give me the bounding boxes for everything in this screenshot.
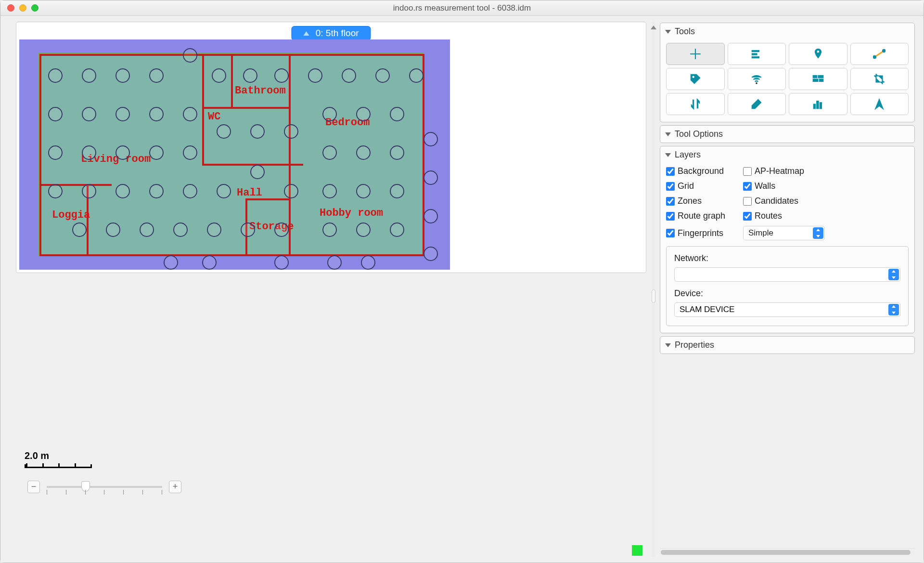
room-label-loggia: Loggia (52, 209, 90, 221)
histogram-icon (812, 98, 824, 110)
eraser-icon (750, 98, 763, 110)
chk-candidates[interactable]: Candidates (743, 196, 825, 206)
tool-navigate[interactable] (850, 93, 909, 115)
side-panel: Tools (655, 16, 924, 563)
tool-wifi[interactable] (728, 68, 786, 90)
chevron-down-icon (665, 132, 671, 136)
network-select[interactable] (674, 267, 900, 282)
chevron-down-icon (665, 153, 671, 157)
svg-rect-11 (813, 104, 815, 109)
room-label-hobby: Hobby room (320, 207, 383, 219)
svg-rect-13 (820, 103, 821, 109)
info-tag-icon (689, 73, 702, 85)
side-scrollbar[interactable] (660, 548, 915, 556)
chevron-updown-icon (888, 269, 899, 280)
main-pane: 0: 5th floor (0, 16, 652, 563)
room-label-wc: WC (208, 111, 220, 123)
tool-eraser[interactable] (728, 93, 786, 115)
device-select[interactable]: SLAM DEVICE (674, 302, 900, 317)
layers-header[interactable]: Layers (660, 146, 914, 163)
chk-fingerprints[interactable]: Fingerprints (666, 226, 738, 240)
swap-icon (689, 98, 702, 110)
chk-background[interactable]: Background (666, 166, 738, 176)
layers-panel: Layers Background AP-Heatmap Grid Walls … (660, 146, 915, 333)
crosshair-icon (689, 48, 702, 60)
content: 0: 5th floor (0, 16, 924, 563)
svg-rect-8 (818, 75, 823, 78)
tool-info-tag[interactable] (666, 68, 725, 90)
chevron-updown-icon (813, 227, 823, 239)
divider-grip-icon[interactable] (652, 289, 655, 303)
measure-line-icon (873, 48, 886, 60)
device-value: SLAM DEVICE (680, 305, 734, 314)
layers-title: Layers (675, 150, 701, 160)
tools-title: Tools (675, 26, 695, 37)
svg-rect-12 (817, 101, 819, 109)
tools-header[interactable]: Tools (660, 23, 914, 40)
tool-options-header[interactable]: Tool Options (660, 126, 914, 143)
fingerprints-mode-select[interactable]: Simple (743, 226, 825, 240)
tool-options-panel: Tool Options (660, 125, 915, 143)
tool-swap[interactable] (666, 93, 725, 115)
tools-panel: Tools (660, 23, 915, 122)
tool-wall[interactable] (789, 68, 847, 90)
svg-point-3 (873, 55, 876, 59)
tool-histogram[interactable] (789, 93, 847, 115)
tools-grid (666, 43, 909, 115)
svg-rect-9 (813, 79, 818, 81)
zoom-controls: − + (27, 481, 181, 493)
floor-label: 0: 5th floor (316, 28, 359, 38)
room-label-bath: Bathroom (235, 85, 286, 97)
layers-checkboxes: Background AP-Heatmap Grid Walls Zones C… (666, 166, 909, 240)
tool-options-title: Tool Options (675, 129, 723, 139)
zoom-slider[interactable] (47, 486, 162, 488)
wifi-icon (750, 73, 763, 85)
chevron-down-icon (665, 343, 671, 347)
align-icon (750, 48, 763, 60)
svg-rect-10 (819, 79, 823, 81)
network-device-group: Network: Device: SLAM DEVICE (666, 246, 909, 326)
svg-rect-1 (752, 53, 757, 55)
chevron-down-icon (665, 30, 671, 34)
scale-label: 2.0 m (25, 450, 49, 461)
zoom-out-button[interactable]: − (27, 481, 40, 493)
device-label: Device: (674, 288, 900, 299)
svg-point-4 (883, 49, 886, 52)
svg-rect-0 (752, 50, 759, 52)
chk-grid[interactable]: Grid (666, 181, 738, 191)
tool-crosshair[interactable] (666, 43, 725, 65)
properties-header[interactable]: Properties (660, 337, 914, 354)
scale-bar (25, 464, 92, 468)
tool-crop[interactable] (850, 68, 909, 90)
properties-panel: Properties (660, 336, 915, 354)
crop-icon (873, 73, 886, 85)
chk-ap-heatmap[interactable]: AP-Heatmap (743, 166, 825, 176)
titlebar: indoo.rs measurement tool - 6038.idm (0, 0, 924, 16)
chk-zones[interactable]: Zones (666, 196, 738, 206)
room-label-hall: Hall (237, 187, 262, 199)
wall-icon (812, 73, 824, 85)
properties-title: Properties (675, 340, 714, 350)
svg-point-6 (756, 82, 757, 84)
fingerprints-mode-value: Simple (748, 228, 773, 238)
pane-divider[interactable] (652, 22, 655, 557)
window-title: indoo.rs measurement tool - 6038.idm (0, 3, 924, 13)
chk-route-graph[interactable]: Route graph (666, 211, 738, 221)
chk-walls[interactable]: Walls (743, 181, 825, 191)
app-window: indoo.rs measurement tool - 6038.idm 0: … (0, 0, 924, 563)
svg-rect-2 (752, 56, 759, 58)
svg-point-5 (692, 76, 694, 78)
pin-icon (812, 48, 824, 60)
floorplan-canvas[interactable]: Living room Loggia WC Bathroom Bedroom H… (19, 39, 450, 270)
navigate-icon (873, 98, 886, 110)
zoom-in-button[interactable]: + (169, 481, 181, 493)
tool-align[interactable] (728, 43, 786, 65)
network-label: Network: (674, 253, 900, 263)
tool-pin[interactable] (789, 43, 847, 65)
chevron-updown-icon (888, 304, 899, 315)
tool-measure-line[interactable] (850, 43, 909, 65)
chk-routes[interactable]: Routes (743, 211, 825, 221)
scrollbar-thumb[interactable] (661, 550, 911, 555)
floor-selector[interactable]: 0: 5th floor (291, 26, 371, 40)
svg-rect-7 (813, 75, 817, 78)
